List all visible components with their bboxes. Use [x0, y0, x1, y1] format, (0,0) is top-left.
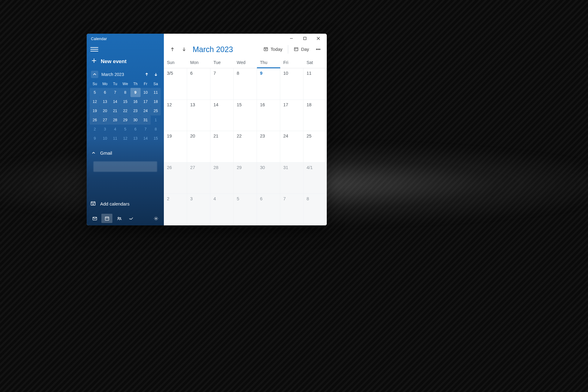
mini-cal-day[interactable]: 1 — [151, 115, 161, 125]
calendar-day-cell[interactable]: 7 — [210, 68, 234, 100]
mini-cal-day[interactable]: 29 — [120, 115, 130, 125]
calendar-day-cell[interactable]: 13 — [187, 100, 210, 131]
calendar-day-cell[interactable]: 26 — [164, 163, 187, 194]
mini-cal-day[interactable]: 6 — [130, 125, 141, 134]
calendar-day-cell[interactable]: 4 — [210, 194, 234, 225]
calendar-day-cell[interactable]: 23 — [257, 131, 280, 163]
mini-cal-day[interactable]: 10 — [141, 88, 151, 97]
calendar-day-cell[interactable]: 29 — [234, 163, 257, 194]
main-month-label[interactable]: March 2023 — [191, 45, 235, 54]
calendar-day-cell[interactable]: 2 — [164, 194, 187, 225]
mini-cal-day[interactable]: 22 — [120, 106, 130, 115]
mini-cal-day[interactable]: 3 — [100, 125, 110, 134]
mini-cal-day[interactable]: 7 — [141, 125, 151, 134]
mini-cal-day[interactable]: 19 — [90, 106, 100, 115]
calendar-icon[interactable] — [101, 214, 112, 223]
more-options-button[interactable] — [313, 44, 323, 55]
mini-cal-day[interactable]: 12 — [120, 134, 130, 143]
calendar-day-cell[interactable]: 4/1 — [303, 163, 327, 194]
mini-cal-day[interactable]: 14 — [110, 97, 120, 106]
calendar-day-cell[interactable]: 22 — [234, 131, 257, 163]
mini-cal-day[interactable]: 13 — [130, 134, 141, 143]
calendar-day-cell[interactable]: 7 — [280, 194, 303, 225]
mini-cal-day[interactable]: 10 — [100, 134, 110, 143]
mini-cal-day[interactable]: 15 — [120, 97, 130, 106]
calendar-day-cell[interactable]: 20 — [187, 131, 210, 163]
main-pane: March 2023 Today Day SunMonTueWedThuFriS… — [164, 34, 327, 225]
calendar-day-cell[interactable]: 25 — [303, 131, 327, 163]
calendar-day-cell[interactable]: 17 — [280, 100, 303, 131]
calendar-day-cell[interactable]: 27 — [187, 163, 210, 194]
mini-cal-day[interactable]: 11 — [110, 134, 120, 143]
todo-icon[interactable] — [126, 214, 137, 223]
mini-cal-collapse-button[interactable] — [91, 71, 98, 78]
mini-cal-next-button[interactable] — [152, 71, 160, 78]
mini-cal-day[interactable]: 5 — [90, 88, 100, 97]
mini-cal-day[interactable]: 25 — [151, 106, 161, 115]
maximize-button[interactable] — [298, 34, 311, 43]
mini-cal-day[interactable]: 12 — [90, 97, 100, 106]
account-toggle[interactable]: Gmail — [87, 144, 164, 159]
calendar-day-cell[interactable]: 12 — [164, 100, 187, 131]
calendar-day-cell[interactable]: 19 — [164, 131, 187, 163]
mini-cal-day[interactable]: 16 — [130, 97, 141, 106]
calendar-day-cell[interactable]: 10 — [280, 68, 303, 100]
mini-cal-day[interactable]: 23 — [130, 106, 141, 115]
mini-cal-day[interactable]: 30 — [130, 115, 141, 125]
mini-cal-day[interactable]: 27 — [100, 115, 110, 125]
next-range-button[interactable] — [179, 44, 189, 55]
calendar-day-cell[interactable]: 8 — [234, 68, 257, 100]
add-calendars-button[interactable]: Add calendars — [87, 198, 164, 212]
mini-cal-day[interactable]: 11 — [151, 88, 161, 97]
mini-cal-day[interactable]: 13 — [100, 97, 110, 106]
today-button[interactable]: Today — [261, 44, 285, 55]
calendar-day-cell[interactable]: 21 — [210, 131, 234, 163]
calendar-day-cell[interactable]: 24 — [280, 131, 303, 163]
mini-cal-month-label[interactable]: March 2023 — [101, 72, 141, 77]
mini-cal-day[interactable]: 5 — [120, 125, 130, 134]
calendar-day-cell[interactable]: 31 — [280, 163, 303, 194]
mini-cal-day[interactable]: 24 — [141, 106, 151, 115]
people-icon[interactable] — [114, 214, 125, 223]
calendar-day-cell[interactable]: 11 — [303, 68, 327, 100]
mini-cal-day[interactable]: 15 — [151, 134, 161, 143]
calendar-day-cell[interactable]: 30 — [257, 163, 280, 194]
new-event-button[interactable]: New event — [87, 53, 164, 69]
mini-cal-day[interactable]: 2 — [90, 125, 100, 134]
mini-cal-day[interactable]: 17 — [141, 97, 151, 106]
settings-icon[interactable] — [150, 214, 161, 223]
hamburger-menu-icon[interactable] — [90, 45, 98, 53]
mini-cal-day[interactable]: 14 — [141, 134, 151, 143]
calendar-day-cell[interactable]: 3/5 — [164, 68, 187, 100]
calendar-day-cell[interactable]: 6 — [187, 68, 210, 100]
calendar-day-cell[interactable]: 3 — [187, 194, 210, 225]
mini-cal-day[interactable]: 4 — [110, 125, 120, 134]
mini-cal-day[interactable]: 7 — [110, 88, 120, 97]
calendar-day-cell[interactable]: 8 — [303, 194, 327, 225]
mini-cal-day[interactable]: 8 — [120, 88, 130, 97]
mini-cal-day[interactable]: 9 — [90, 134, 100, 143]
mini-cal-day[interactable]: 20 — [100, 106, 110, 115]
mini-cal-day[interactable]: 18 — [151, 97, 161, 106]
mini-cal-day[interactable]: 9 — [130, 88, 141, 97]
mini-cal-day[interactable]: 31 — [141, 115, 151, 125]
mini-cal-day[interactable]: 28 — [110, 115, 120, 125]
mini-cal-day[interactable]: 6 — [100, 88, 110, 97]
close-button[interactable] — [311, 34, 325, 43]
prev-range-button[interactable] — [168, 44, 177, 55]
calendar-day-cell[interactable]: 9 — [257, 68, 280, 100]
calendar-day-cell[interactable]: 18 — [303, 100, 327, 131]
mini-cal-day[interactable]: 26 — [90, 115, 100, 125]
mail-icon[interactable] — [89, 214, 100, 223]
calendar-day-cell[interactable]: 5 — [234, 194, 257, 225]
mini-cal-day[interactable]: 21 — [110, 106, 120, 115]
view-switch-button[interactable]: Day — [291, 44, 311, 55]
calendar-day-cell[interactable]: 28 — [210, 163, 234, 194]
calendar-day-cell[interactable]: 6 — [257, 194, 280, 225]
calendar-day-cell[interactable]: 15 — [234, 100, 257, 131]
calendar-day-cell[interactable]: 14 — [210, 100, 234, 131]
mini-cal-prev-button[interactable] — [143, 71, 150, 78]
minimize-button[interactable] — [285, 34, 298, 43]
calendar-day-cell[interactable]: 16 — [257, 100, 280, 131]
mini-cal-day[interactable]: 8 — [151, 125, 161, 134]
